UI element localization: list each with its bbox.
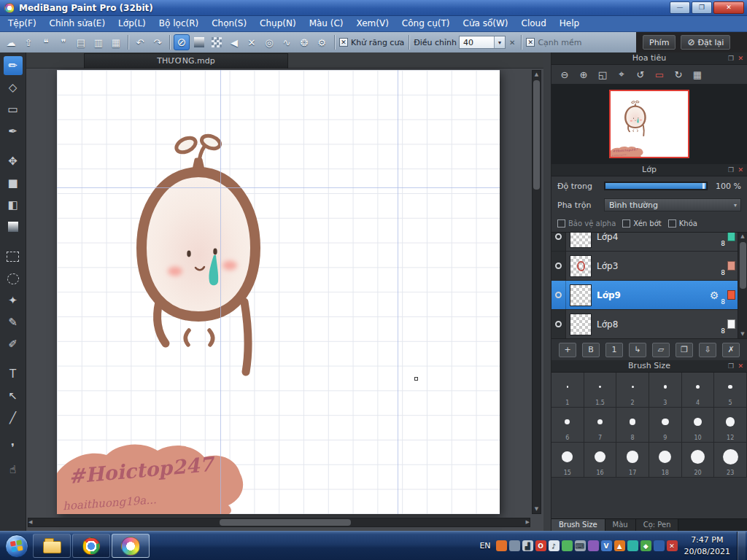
opacity-slider-handle[interactable] [703, 183, 705, 189]
move-tool[interactable]: ✥ [4, 152, 23, 171]
document-tab[interactable]: THƯƠNG.mdp [84, 53, 288, 69]
canvas-horizontal-scrollbar[interactable]: ◀ ▶ [28, 518, 530, 527]
canvas[interactable]: #Hoictop247 hoaithuong19a... [57, 70, 500, 514]
panel-tab-1[interactable]: Brush Size [551, 519, 605, 531]
rotate-ccw-icon[interactable]: ↺ [634, 68, 647, 81]
actual-size-icon[interactable]: ⌖ [615, 68, 628, 81]
brushsize-close-icon[interactable]: ✕ [738, 360, 743, 373]
brush-size-7[interactable]: 7 [584, 408, 617, 443]
duplicate-layer-button[interactable]: ❐ [676, 343, 693, 357]
navigator-preview[interactable] [551, 84, 747, 164]
add-8bit-layer-button[interactable]: B [582, 343, 600, 357]
menu-item-9[interactable]: Công cụ(T) [395, 16, 457, 31]
brush-size-17[interactable]: 17 [616, 443, 649, 478]
add-folder-button[interactable]: ↳ [629, 343, 646, 357]
tray-messenger-icon[interactable] [509, 540, 520, 551]
hand-tool[interactable]: ☝ [4, 460, 23, 479]
brush-size-12[interactable]: 12 [714, 408, 747, 443]
keys-button[interactable]: Phím [643, 35, 676, 50]
canvas-settings-icon[interactable]: ▦ [108, 34, 124, 50]
protect-alpha-checkbox[interactable]: Bảo vệ alpha [557, 219, 616, 228]
fill-rect-tool[interactable]: ■ [4, 174, 23, 192]
brush-size-23[interactable]: 23 [714, 443, 747, 478]
brush-size-1[interactable]: 1 [551, 373, 584, 408]
tray-vlc-icon[interactable]: ▲ [614, 540, 625, 551]
layer-visibility-toggle[interactable] [551, 252, 566, 280]
layer-visibility-toggle[interactable] [551, 232, 566, 251]
menu-item-2[interactable]: Chỉnh sửa(E) [43, 16, 112, 31]
menu-item-11[interactable]: Cloud [515, 16, 553, 31]
figure-tool[interactable]: ▭ [4, 100, 23, 119]
tray-opera-icon[interactable]: O [535, 540, 546, 551]
horizontal-scroll-thumb[interactable] [220, 519, 351, 526]
chat-icon[interactable]: ❞ [55, 34, 71, 50]
scroll-left-icon[interactable]: ◀ [28, 518, 32, 526]
layer-row-1[interactable]: Lớp48 [551, 232, 738, 252]
eraser-tool[interactable]: ◇ [4, 78, 23, 97]
tray-app-teal-icon[interactable] [627, 540, 638, 551]
brush-size-16[interactable]: 16 [584, 443, 617, 478]
antialias-checkbox[interactable]: ✕ Khử răng cưa [339, 38, 404, 47]
navigator-close-icon[interactable]: ✕ [738, 52, 743, 65]
brush-size-6[interactable]: 6 [551, 408, 584, 443]
snap-settings-icon[interactable]: ⚙ [314, 34, 330, 50]
scroll-down-icon[interactable]: ▼ [535, 505, 538, 513]
comment-icon[interactable]: ❝ [38, 34, 54, 50]
softedge-checkbox[interactable]: ✕ Cạnh mềm [526, 38, 581, 47]
layer-row-4[interactable]: Lớp88 [551, 310, 738, 338]
tray-app-violet-icon[interactable] [588, 540, 599, 551]
reset-button[interactable]: ⊘ Đặt lại [681, 35, 730, 50]
layer-popout-icon[interactable]: ❐ [728, 164, 734, 176]
eyedropper-tool[interactable]: ❜ [4, 438, 23, 457]
cloud-icon[interactable]: ☁ [3, 34, 19, 50]
menu-item-4[interactable]: Bộ lọc(R) [152, 16, 205, 31]
tray-network-icon[interactable]: ▟ [522, 540, 533, 551]
brush-size-9[interactable]: 9 [649, 408, 682, 443]
layer-row-3[interactable]: Lớp9⚙8 [551, 281, 738, 310]
folder-button[interactable]: ▱ [652, 343, 670, 357]
brush-size-15[interactable]: 15 [551, 443, 584, 478]
rotate-cw-icon[interactable]: ↻ [672, 68, 685, 81]
canvas-vertical-scrollbar[interactable]: ▲ ▼ [532, 70, 541, 514]
layer-list-scrollbar[interactable]: ▲ ▼ [738, 233, 747, 338]
select-pen-tool[interactable]: ✎ [4, 313, 23, 332]
taskbar-medibang-button[interactable] [112, 534, 150, 558]
bucket-tool[interactable]: ◧ [4, 195, 23, 214]
brush-size-5[interactable]: 5 [714, 373, 747, 408]
scroll-down-icon[interactable]: ▼ [740, 330, 744, 338]
scroll-right-icon[interactable]: ▶ [526, 518, 530, 526]
tray-firefox-icon[interactable] [496, 540, 507, 551]
layer-visibility-toggle[interactable] [551, 310, 566, 338]
undo-icon[interactable]: ↶ [132, 34, 148, 50]
clear-adjust-icon[interactable]: ✕ [509, 39, 515, 47]
brush-size-3[interactable]: 3 [649, 373, 682, 408]
taskbar-chrome-button[interactable] [72, 534, 110, 558]
scroll-up-icon[interactable]: ▲ [535, 71, 538, 79]
menu-item-5[interactable]: Chọn(S) [205, 16, 253, 31]
brush-size-10[interactable]: 10 [682, 408, 715, 443]
curve-snap-icon[interactable]: ∿ [279, 34, 295, 50]
halftone-icon[interactable] [209, 34, 225, 50]
previous-icon[interactable]: ◀ [226, 34, 242, 50]
lasso-tool[interactable] [4, 269, 23, 288]
scroll-up-icon[interactable]: ▲ [740, 233, 744, 241]
brush-size-8[interactable]: 8 [616, 408, 649, 443]
maximize-button[interactable]: ❐ [692, 1, 712, 14]
vanishing-point-snap-icon[interactable]: ❂ [296, 34, 312, 50]
fit-screen-icon[interactable]: ◱ [596, 68, 609, 81]
operation-tool[interactable]: ↖ [4, 386, 23, 405]
brushsize-popout-icon[interactable]: ❐ [728, 360, 734, 373]
layer-row-2[interactable]: Lớp38 [551, 252, 738, 281]
material-icon[interactable]: ▦ [691, 68, 704, 81]
snap-off-icon[interactable]: ✕ [244, 34, 260, 50]
tray-volume-icon[interactable]: ♪ [549, 540, 560, 551]
select-eraser-tool[interactable]: ✐ [4, 335, 23, 354]
language-indicator[interactable]: EN [479, 541, 490, 551]
document-settings-icon[interactable]: ▥ [90, 34, 107, 50]
brush-smoothing-icon[interactable]: ⊘ [174, 34, 190, 50]
gradient-icon[interactable] [191, 34, 207, 50]
show-desktop-button[interactable] [737, 532, 746, 560]
reset-rotation-icon[interactable]: ▭ [653, 68, 666, 81]
brush-size-20[interactable]: 20 [682, 443, 715, 478]
add-1bit-layer-button[interactable]: 1 [605, 343, 623, 357]
